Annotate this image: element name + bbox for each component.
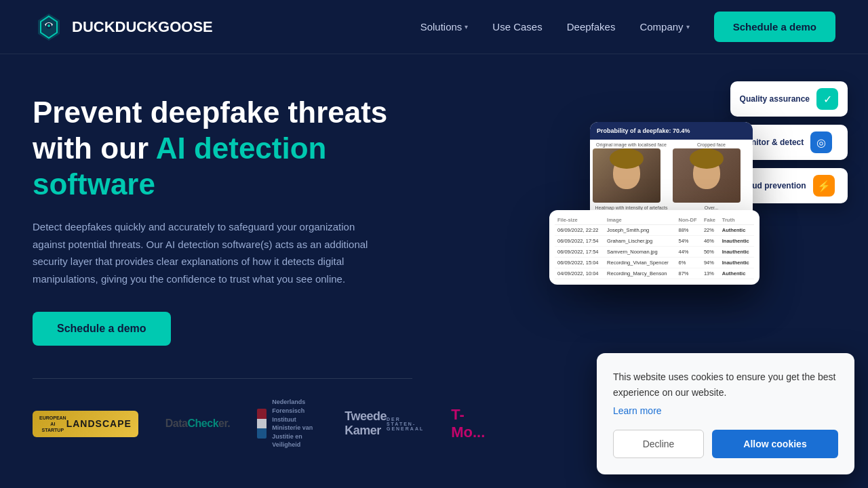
partner-logos: EUROPEAN AI STARTUP LANDSCAPE DataChecke… <box>33 398 412 449</box>
hero-description: Detect deepfakes quickly and accurately … <box>33 218 385 287</box>
quality-assurance-label: Quality assurance <box>740 94 810 104</box>
cookie-learn-more-link[interactable]: Learn more <box>613 405 838 416</box>
table-row: 06/09/2022, 22:22 Joseph_Smith.png 88% 2… <box>555 225 754 236</box>
nav-solutions[interactable]: Solutions ▾ <box>420 21 469 33</box>
col-fake: Fake <box>701 216 719 225</box>
tmobile-logo: T-Mo... <box>451 406 485 441</box>
eu-startup-logo: EUROPEAN AI STARTUP LANDSCAPE <box>33 411 138 437</box>
nav-use-cases[interactable]: Use Cases <box>492 21 542 33</box>
col-file: Image <box>604 216 675 225</box>
cropped-label: Cropped face <box>673 142 750 147</box>
results-table-card: File-size Image Non-DF Fake Truth 06/09/… <box>549 210 760 285</box>
fraud-prevention-icon: ⚡ <box>813 175 835 197</box>
logo-icon <box>33 11 65 43</box>
hero-text: Prevent deepfake threats with our AI det… <box>33 95 412 449</box>
cookie-message: This website uses cookies to ensure you … <box>613 369 838 400</box>
results-table: File-size Image Non-DF Fake Truth 06/09/… <box>555 216 754 279</box>
quality-assurance-pill: Quality assurance ✓ <box>730 81 848 117</box>
cropped-face-image <box>673 148 741 203</box>
logo[interactable]: DUCKDUCKGOOSE <box>33 11 213 43</box>
heatmap-label: Heatmap with intensity of artefacts <box>593 205 670 210</box>
table-row: 06/09/2022, 17:54 Graham_Lischer.jpg 54%… <box>555 236 754 247</box>
analysis-header: Probability of a deepfake: 70.4% <box>590 122 753 140</box>
cookie-decline-button[interactable]: Decline <box>613 430 704 458</box>
overview-label: Over... <box>673 205 750 210</box>
svg-point-1 <box>47 24 50 27</box>
table-row: 04/09/2022, 10:04 Recording_Marcy_Benson… <box>555 268 754 279</box>
nfj-logo: Nederlands Forensisch InstituutMinisteri… <box>257 398 317 449</box>
datachecker-logo: DataChecker. <box>165 418 230 430</box>
divider <box>33 378 412 379</box>
navbar: DUCKDUCKGOOSE Solutions ▾ Use Cases Deep… <box>0 0 868 54</box>
nav-schedule-demo-button[interactable]: Schedule a demo <box>714 12 835 42</box>
original-label: Original image with localised face <box>593 142 670 147</box>
table-row: 06/09/2022, 17:54 Samvern_Nooman.jpg 44%… <box>555 247 754 258</box>
col-status: Truth <box>719 216 754 225</box>
quality-assurance-icon: ✓ <box>816 88 838 110</box>
netherlands-flag <box>257 409 267 439</box>
hero-schedule-demo-button[interactable]: Schedule a demo <box>33 312 171 346</box>
probability-text: Probability of a deepfake: 70.4% <box>597 127 690 134</box>
nav-company[interactable]: Company ▾ <box>639 21 689 33</box>
hero-visual: Quality assurance ✓ Monitor & detect ◎ F… <box>590 81 848 380</box>
table-row: 06/09/2022, 15:04 Recording_Vivian_Spenc… <box>555 258 754 268</box>
tweede-kamer-logo: Tweede Kamer DER STATEN-GENERAAL <box>344 409 424 438</box>
chevron-down-icon-2: ▾ <box>686 23 690 30</box>
cookie-banner: This website uses cookies to ensure you … <box>597 353 854 474</box>
hero-title: Prevent deepfake threats with our AI det… <box>33 95 412 202</box>
cookie-allow-button[interactable]: Allow cookies <box>712 430 838 458</box>
nav-links: Solutions ▾ Use Cases Deepfakes Company … <box>420 12 835 42</box>
nav-deepfakes[interactable]: Deepfakes <box>567 21 616 33</box>
monitor-detect-icon: ◎ <box>810 131 832 153</box>
chevron-down-icon: ▾ <box>465 23 468 30</box>
original-face-image <box>593 148 660 203</box>
col-nd: Non-DF <box>676 216 701 225</box>
brand-name: DUCKDUCKGOOSE <box>72 18 213 36</box>
cookie-buttons: Decline Allow cookies <box>613 430 838 458</box>
col-date: File-size <box>555 216 604 225</box>
